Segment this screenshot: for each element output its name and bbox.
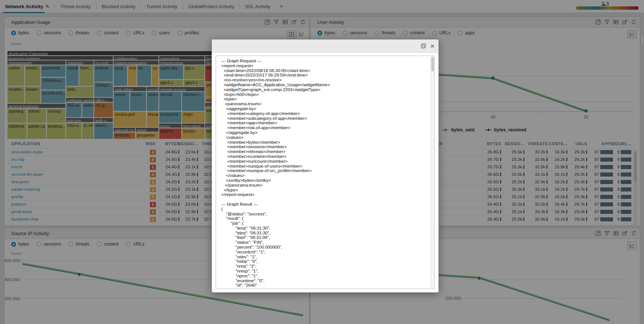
dialog-content: --- Graph Request --- <report-request> <…	[216, 56, 435, 289]
dialog-scrollbar-thumb[interactable]	[431, 57, 434, 71]
graph-debug-dialog: ✕ --- Graph Request --- <report-request>…	[212, 39, 439, 293]
restore-window-icon[interactable]	[420, 43, 426, 49]
close-icon[interactable]: ✕	[430, 43, 435, 49]
dialog-scrollbar[interactable]	[430, 56, 434, 289]
acc-dashboard: Network Activity✎ Threat Activity✎ Block…	[0, 0, 644, 324]
graph-request-result-text: --- Graph Request --- <report-request> <…	[216, 56, 434, 289]
dialog-title-bar[interactable]: ✕	[212, 40, 438, 53]
